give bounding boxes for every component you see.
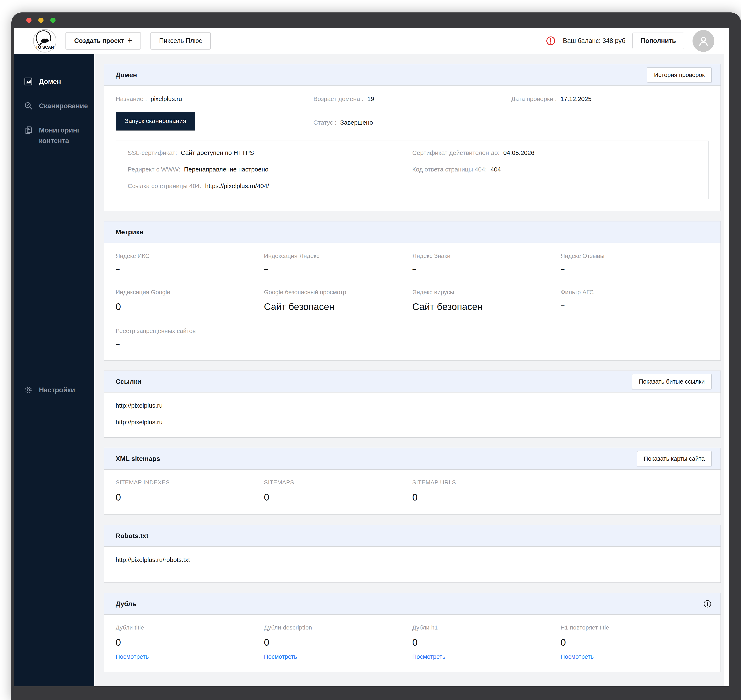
view-link[interactable]: Посмотреть: [412, 653, 446, 660]
create-project-button[interactable]: Создать проект +: [66, 32, 141, 50]
stat-duplicate-title: Дубли title 0 Посмотреть: [116, 624, 264, 660]
app-window: TO SCAN Создать проект + Пиксель Плюс Ва…: [12, 12, 741, 700]
cert-valid-value: 04.05.2026: [503, 149, 534, 156]
stat-h1-repeats-title: H1 повторяет title 0 Посмотреть: [561, 624, 709, 660]
domain-age-value: 19: [367, 96, 374, 103]
sidebar: Домен Сканирование Мон: [14, 54, 94, 686]
info-icon[interactable]: [703, 599, 712, 608]
panel-title: Дубль: [116, 600, 136, 608]
metric-banned-registry: Реестр запрещённых сайтов–: [116, 328, 264, 349]
code404-value: 404: [490, 166, 501, 173]
cert-valid-label: Сертификат действителен до:: [412, 149, 500, 156]
sidebar-item-settings[interactable]: Настройки: [14, 385, 94, 395]
status-value: Завершено: [340, 119, 373, 126]
view-link[interactable]: Посмотреть: [264, 653, 297, 660]
metric-yandex-marks: Яндекс Знаки–: [412, 253, 561, 274]
check-date-value: 17.12.2025: [561, 96, 591, 103]
start-scan-button[interactable]: Запуск сканирования: [116, 112, 195, 130]
sidebar-item-domain[interactable]: Домен: [14, 76, 94, 87]
www-redirect-value: Перенаправление настроено: [184, 166, 269, 173]
stat-sitemap-indexes: SITEMAP INDEXES0: [116, 479, 264, 503]
metric-yandex-viruses: Яндекс вирусыСайт безопасен: [412, 289, 561, 312]
sidebar-item-label: Настройки: [39, 385, 75, 395]
link404-label: Ссылка со страницы 404:: [128, 182, 201, 190]
metric-google-indexing: Индексация Google0: [116, 289, 264, 312]
stat-duplicate-description: Дубли description 0 Посмотреть: [264, 624, 412, 660]
check-history-button[interactable]: История проверок: [647, 67, 712, 82]
project-name: Пиксель Плюс: [159, 37, 202, 44]
domain-age-label: Возраст домена :: [313, 96, 364, 103]
ssl-value: Сайт доступен по HTTPS: [181, 149, 254, 156]
domain-name-label: Название :: [116, 96, 147, 103]
sidebar-item-label: Мониторинг контента: [39, 125, 90, 146]
window-titlebar: [12, 12, 741, 28]
toscan-logo[interactable]: TO SCAN: [33, 29, 57, 53]
topup-button[interactable]: Пополнить: [632, 32, 684, 49]
minimize-window-button[interactable]: [38, 18, 44, 23]
show-broken-links-button[interactable]: Показать битые ссылки: [632, 374, 712, 389]
user-avatar[interactable]: [693, 30, 714, 52]
robots-link[interactable]: http://pixelplus.ru/robots.txt: [116, 556, 709, 563]
stat-duplicate-h1: Дубли h1 0 Посмотреть: [412, 624, 561, 660]
balance-text: Ваш баланс: 348 руб: [563, 37, 625, 44]
close-window-button[interactable]: [26, 18, 31, 23]
www-redirect-label: Редирект с WWW:: [128, 166, 180, 173]
ssl-info-box: SSL-сертификат:Сайт доступен по HTTPS Се…: [116, 141, 709, 199]
balance-alert-icon: [546, 36, 556, 46]
app-content: TO SCAN Создать проект + Пиксель Плюс Ва…: [14, 28, 729, 686]
robots-panel: Robots.txt http://pixelplus.ru/robots.tx…: [104, 525, 721, 583]
main-area: Домен История проверок Название :pixelpl…: [94, 54, 729, 686]
site-link[interactable]: http://pixelplus.ru: [116, 402, 709, 409]
metric-yandex-indexing: Индексация Яндекс–: [264, 253, 412, 274]
stat-sitemaps: SITEMAPS0: [264, 479, 412, 503]
sitemaps-panel: XML sitemaps Показать карты сайта SITEMA…: [104, 448, 721, 515]
metrics-panel: Метрики Яндекс ИКС– Индексация Яндекс– Я…: [104, 221, 721, 360]
domain-panel: Домен История проверок Название :pixelpl…: [104, 64, 721, 211]
panel-title: XML sitemaps: [116, 455, 160, 463]
metric-google-safebrowsing: Google безопасный просмотрСайт безопасен: [264, 289, 412, 312]
sidebar-item-label: Сканирование: [39, 101, 88, 111]
header-right-group: Ваш баланс: 348 руб Пополнить: [546, 30, 714, 52]
site-link[interactable]: http://pixelplus.ru: [116, 419, 709, 426]
sidebar-item-label: Домен: [39, 76, 61, 87]
topup-label: Пополнить: [641, 37, 676, 44]
view-link[interactable]: Посмотреть: [561, 653, 594, 660]
chart-icon: [23, 77, 33, 86]
links-panel: Ссылки Показать битые ссылки http://pixe…: [104, 371, 721, 438]
duplicates-panel: Дубль Дубли title 0 Посмотреть: [104, 593, 721, 672]
person-icon: [697, 34, 710, 48]
app-header: TO SCAN Создать проект + Пиксель Плюс Ва…: [14, 28, 729, 54]
domain-name-value: pixelplus.ru: [151, 96, 182, 103]
plus-icon: +: [128, 36, 132, 44]
sidebar-item-content-monitoring[interactable]: Мониторинг контента: [14, 125, 94, 146]
gear-icon: [23, 385, 33, 394]
svg-text:TO SCAN: TO SCAN: [36, 45, 54, 50]
link404-value[interactable]: https://pixelplus.ru/404/: [205, 182, 269, 190]
panel-title: Домен: [116, 71, 137, 79]
search-icon: [23, 101, 33, 110]
panel-title: Robots.txt: [116, 532, 148, 540]
maximize-window-button[interactable]: [50, 18, 56, 23]
documents-icon: [23, 125, 33, 135]
code404-label: Код ответа страницы 404:: [412, 166, 487, 173]
current-project-button[interactable]: Пиксель Плюс: [150, 32, 211, 50]
metric-yandex-iks: Яндекс ИКС–: [116, 253, 264, 274]
scrollbar-track[interactable]: [724, 54, 729, 686]
create-project-label: Создать проект: [74, 37, 124, 44]
status-label: Статус :: [313, 119, 336, 126]
metric-ags-filter: Фильтр АГС–: [561, 289, 709, 312]
panel-title: Метрики: [116, 228, 144, 236]
view-link[interactable]: Посмотреть: [116, 653, 149, 660]
sidebar-item-scanning[interactable]: Сканирование: [14, 101, 94, 111]
metric-yandex-reviews: Яндекс Отзывы–: [561, 253, 709, 274]
show-sitemaps-button[interactable]: Показать карты сайта: [637, 451, 712, 466]
panel-title: Ссылки: [116, 378, 141, 385]
ssl-label: SSL-сертификат:: [128, 149, 177, 156]
check-date-label: Дата проверки :: [511, 96, 557, 103]
stat-sitemap-urls: SITEMAP URLS0: [412, 479, 561, 503]
